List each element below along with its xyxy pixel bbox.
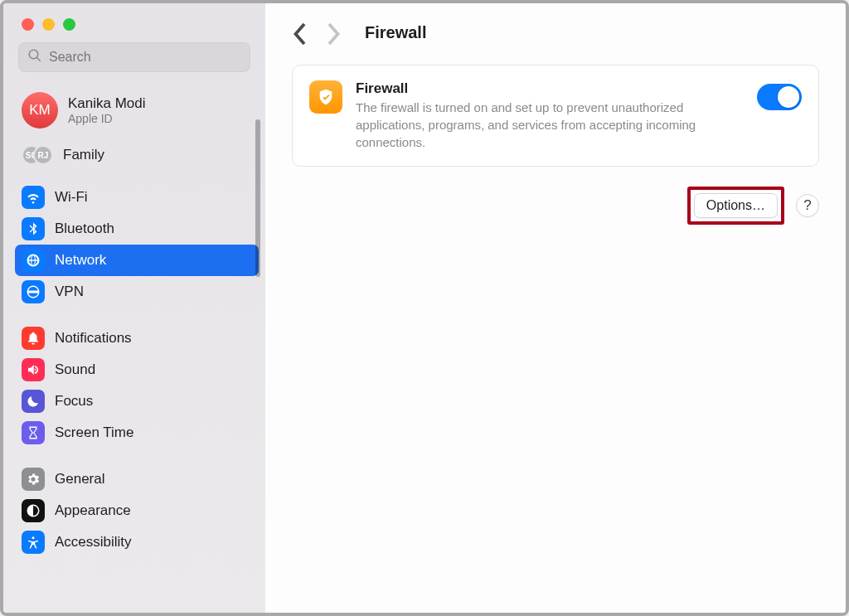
sidebar-item-label: Focus (55, 393, 93, 410)
wifi-icon (22, 186, 45, 209)
sidebar-item-label: Sound (55, 361, 95, 378)
sidebar-item-label: VPN (55, 284, 84, 300)
window-controls (3, 12, 265, 42)
card-title: Firewall (356, 80, 735, 97)
toggle-knob (778, 86, 799, 108)
firewall-card: Firewall The firewall is turned on and s… (292, 65, 819, 167)
sidebar-item-label: Screen Time (55, 424, 133, 441)
sidebar-item-screen-time[interactable]: Screen Time (15, 417, 259, 449)
appearance-icon (22, 499, 45, 522)
accessibility-icon (22, 531, 45, 554)
vpn-icon (22, 280, 45, 303)
svg-point-1 (32, 536, 35, 539)
shield-icon (309, 80, 342, 114)
avatar: KM (22, 92, 58, 129)
apple-id-row[interactable]: KM Kanika Modi Apple ID (3, 77, 265, 137)
options-button[interactable]: Options… (694, 193, 778, 218)
fullscreen-window-button[interactable] (63, 18, 75, 31)
help-button[interactable]: ? (796, 194, 819, 217)
sidebar-item-label: General (55, 471, 104, 487)
search-icon (27, 48, 42, 66)
scrollbar[interactable] (255, 119, 260, 277)
sidebar-item-sound[interactable]: Sound (15, 354, 259, 386)
family-row[interactable]: SG RJ Family (3, 137, 265, 177)
sidebar-item-label: Appearance (55, 502, 131, 519)
annotation-highlight: Options… (687, 187, 784, 225)
bluetooth-icon (22, 217, 45, 240)
search-input[interactable] (49, 50, 241, 65)
sidebar-item-network[interactable]: Network (15, 245, 259, 276)
page-title: Firewall (365, 23, 426, 42)
sidebar-item-bluetooth[interactable]: Bluetooth (15, 213, 259, 245)
sidebar-item-label: Accessibility (55, 534, 132, 551)
hourglass-icon (22, 421, 45, 444)
firewall-toggle[interactable] (757, 84, 802, 110)
sidebar-item-label: Notifications (55, 330, 132, 347)
sidebar-item-label: Wi-Fi (55, 189, 88, 206)
account-name: Kanika Modi (68, 95, 146, 112)
sidebar: KM Kanika Modi Apple ID SG RJ Family Wi-… (3, 3, 265, 613)
titlebar: Firewall (292, 22, 819, 43)
close-window-button[interactable] (22, 18, 34, 31)
nav-forward-button[interactable] (327, 22, 342, 43)
bell-icon (22, 327, 45, 350)
sidebar-item-wifi[interactable]: Wi-Fi (15, 182, 259, 213)
sidebar-item-notifications[interactable]: Notifications (15, 323, 259, 354)
family-label: Family (63, 147, 104, 163)
globe-icon (22, 249, 45, 272)
sidebar-item-appearance[interactable]: Appearance (15, 495, 259, 526)
sidebar-item-general[interactable]: General (15, 463, 259, 495)
actions-row: Options… ? (292, 187, 819, 225)
card-description: The firewall is turned on and set up to … (356, 99, 735, 151)
speaker-icon (22, 358, 45, 381)
sidebar-item-label: Bluetooth (55, 221, 114, 237)
sidebar-item-focus[interactable]: Focus (15, 386, 259, 417)
family-avatars: SG RJ (22, 145, 53, 165)
sidebar-list: Wi-Fi Bluetooth Network (3, 177, 265, 573)
sidebar-item-accessibility[interactable]: Accessibility (15, 526, 259, 558)
sidebar-item-vpn[interactable]: VPN (15, 276, 259, 308)
family-avatar-2: RJ (33, 145, 53, 165)
minimize-window-button[interactable] (42, 18, 55, 31)
main-panel: Firewall Firewall The firewall is turned… (265, 3, 846, 613)
settings-window: KM Kanika Modi Apple ID SG RJ Family Wi-… (0, 0, 849, 616)
account-sub: Apple ID (68, 112, 146, 125)
search-field[interactable] (18, 42, 250, 72)
gear-icon (22, 468, 45, 491)
nav-back-button[interactable] (292, 22, 307, 43)
moon-icon (22, 390, 45, 413)
sidebar-item-label: Network (55, 252, 106, 269)
